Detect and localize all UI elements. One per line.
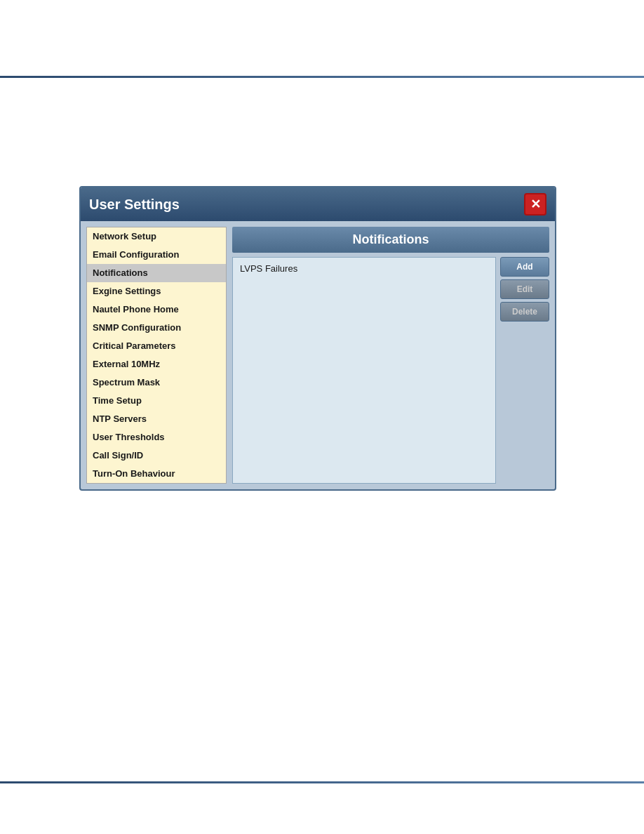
sidebar-item-call-sign/id[interactable]: Call Sign/ID	[87, 446, 226, 465]
sidebar-item-spectrum-mask[interactable]: Spectrum Mask	[87, 373, 226, 392]
sidebar-item-time-setup[interactable]: Time Setup	[87, 392, 226, 410]
sidebar-item-critical-parameters[interactable]: Critical Parameters	[87, 337, 226, 355]
dialog-body: Network SetupEmail ConfigurationNotifica…	[81, 221, 555, 489]
content-area: LVPS Failures Add Edit Delete	[232, 257, 549, 484]
button-panel: Add Edit Delete	[500, 257, 549, 484]
sidebar-item-nautel-phone-home[interactable]: Nautel Phone Home	[87, 300, 226, 319]
sidebar-item-network-setup[interactable]: Network Setup	[87, 227, 226, 246]
user-settings-dialog: User Settings ✕ Network SetupEmail Confi…	[79, 186, 556, 491]
sidebar-item-user-thresholds[interactable]: User Thresholds	[87, 428, 226, 446]
list-item[interactable]: LVPS Failures	[236, 260, 492, 277]
delete-button[interactable]: Delete	[500, 302, 549, 322]
dialog-header: User Settings ✕	[81, 187, 555, 221]
edit-button[interactable]: Edit	[500, 279, 549, 299]
sidebar: Network SetupEmail ConfigurationNotifica…	[86, 227, 227, 484]
sidebar-item-exgine-settings[interactable]: Exgine Settings	[87, 282, 226, 300]
section-header: Notifications	[232, 227, 549, 253]
sidebar-item-email-configuration[interactable]: Email Configuration	[87, 246, 226, 264]
sidebar-item-notifications[interactable]: Notifications	[87, 264, 226, 282]
sidebar-item-snmp-configuration[interactable]: SNMP Configuration	[87, 319, 226, 337]
sidebar-item-external-10mhz[interactable]: External 10MHz	[87, 355, 226, 373]
top-line	[0, 76, 644, 78]
main-content: Notifications LVPS Failures Add Edit Del…	[232, 227, 549, 484]
dialog-title: User Settings	[89, 197, 180, 213]
sidebar-item-turn-on-behaviour[interactable]: Turn-On Behaviour	[87, 465, 226, 483]
bottom-line	[0, 781, 644, 783]
close-button[interactable]: ✕	[524, 193, 546, 216]
sidebar-item-ntp-servers[interactable]: NTP Servers	[87, 410, 226, 428]
add-button[interactable]: Add	[500, 257, 549, 277]
notifications-list[interactable]: LVPS Failures	[232, 257, 496, 484]
